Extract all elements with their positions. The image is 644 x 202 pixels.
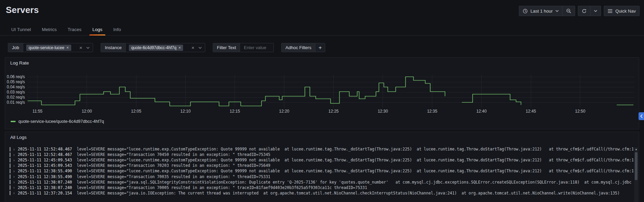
log-level-bar bbox=[10, 153, 11, 157]
refresh-icon bbox=[582, 9, 587, 14]
log-message: level=SEVERE message="Transaction 70005 … bbox=[77, 185, 367, 190]
collapse-row-button[interactable] bbox=[639, 112, 644, 120]
log-row[interactable]: › 2025-11-11 12:37:20.154 level=SEVERE m… bbox=[5, 190, 633, 196]
tab-logs[interactable]: Logs bbox=[92, 24, 103, 35]
zoom-out-button[interactable] bbox=[562, 6, 575, 16]
chevron-down-icon bbox=[555, 10, 559, 12]
chip-remove-icon[interactable]: × bbox=[178, 46, 181, 50]
log-level-bar bbox=[10, 169, 11, 173]
log-timestamp: 2025-11-11 12:38:07.240 bbox=[18, 180, 72, 185]
tab-bar: UI Tunnel Metrics Traces Logs Info bbox=[0, 24, 644, 35]
log-timestamp: 2025-11-11 12:38:55.490 bbox=[18, 174, 72, 179]
menu-icon bbox=[608, 9, 613, 13]
log-row[interactable]: › 2025-11-11 12:38:55.490 level=SEVERE m… bbox=[5, 168, 633, 174]
log-message: level=SEVERE message="lucee.runtime.exp.… bbox=[77, 147, 633, 152]
legend-item[interactable]: quote-service-lucee/quote-6c4d97dbcc-4hf… bbox=[11, 119, 104, 124]
log-timestamp: 2025-11-11 12:38:55.490 bbox=[18, 169, 72, 173]
add-filter-button[interactable]: + bbox=[315, 43, 325, 52]
refresh-button[interactable] bbox=[578, 6, 590, 16]
job-chip-label: quote-service-lucee bbox=[29, 45, 64, 50]
log-message: level=SEVERE message="java.io.IOExceptio… bbox=[77, 191, 619, 196]
legend-swatch bbox=[11, 121, 16, 122]
expand-chevron-icon[interactable]: › bbox=[13, 191, 15, 195]
svg-text:12:50: 12:50 bbox=[575, 109, 585, 114]
chip-remove-icon[interactable]: × bbox=[66, 46, 69, 50]
log-timestamp: 2025-11-11 12:52:48.467 bbox=[18, 147, 72, 152]
tab-metrics[interactable]: Metrics bbox=[41, 24, 58, 35]
expand-chevron-icon[interactable]: › bbox=[13, 180, 15, 184]
expand-chevron-icon[interactable]: › bbox=[13, 169, 15, 173]
time-range-button[interactable]: Last 1 hour bbox=[519, 6, 563, 16]
quick-nav-button[interactable]: Quick Nav bbox=[604, 6, 640, 16]
log-rate-panel-title: Log Rate bbox=[10, 60, 29, 66]
refresh-interval-dropdown[interactable] bbox=[590, 6, 601, 16]
expand-chevron-icon[interactable]: › bbox=[13, 163, 15, 168]
top-toolbar: Last 1 hour Quick Nav bbox=[519, 6, 640, 16]
svg-text:0.05 req/s: 0.05 req/s bbox=[7, 80, 25, 84]
log-message: level=SEVERE message="java.sql.SQLIntegr… bbox=[77, 180, 631, 185]
svg-text:12:25: 12:25 bbox=[328, 109, 339, 114]
svg-text:11:55: 11:55 bbox=[32, 109, 42, 114]
page-title: Servers bbox=[6, 5, 39, 15]
clear-selection-icon[interactable]: × bbox=[191, 45, 194, 50]
quick-nav-label: Quick Nav bbox=[615, 9, 636, 14]
svg-text:12:30: 12:30 bbox=[378, 109, 388, 114]
instance-filter: Instance quote-6c4d97dbcc-4hf7q × × bbox=[101, 43, 205, 52]
log-timestamp: 2025-11-11 12:45:09.543 bbox=[18, 158, 72, 162]
expand-chevron-icon[interactable]: › bbox=[13, 147, 15, 152]
all-logs-panel: All Logs › 2025-11-11 12:52:48.467 level… bbox=[5, 132, 639, 202]
log-level-bar bbox=[10, 163, 11, 168]
tab-label: Metrics bbox=[42, 27, 57, 32]
log-message: level=SEVERE message="Transaction 70035 … bbox=[77, 174, 270, 179]
tab-label: UI Tunnel bbox=[11, 27, 31, 32]
log-row[interactable]: › 2025-11-11 12:38:07.240 level=SEVERE m… bbox=[5, 179, 633, 185]
refresh-group bbox=[578, 6, 601, 16]
log-rate-chart[interactable]: 11:5512:0012:0512:1012:1512:2012:2512:30… bbox=[5, 67, 638, 116]
svg-text:0.06 req/s: 0.06 req/s bbox=[7, 74, 25, 79]
adhoc-filters-control: Adhoc Filters + bbox=[281, 43, 325, 52]
log-row[interactable]: › 2025-11-11 12:45:09.543 level=SEVERE m… bbox=[5, 157, 633, 163]
tab-ui-tunnel[interactable]: UI Tunnel bbox=[11, 24, 32, 35]
instance-chip[interactable]: quote-6c4d97dbcc-4hf7q × bbox=[129, 45, 183, 51]
job-chip[interactable]: quote-service-lucee × bbox=[26, 45, 71, 51]
log-timestamp: 2025-11-11 12:52:48.467 bbox=[18, 152, 72, 157]
time-range-group: Last 1 hour bbox=[519, 6, 575, 16]
log-row[interactable]: › 2025-11-11 12:52:48.467 level=SEVERE m… bbox=[5, 152, 633, 157]
log-row[interactable]: › 2025-11-11 12:45:09.543 level=SEVERE m… bbox=[5, 163, 633, 168]
svg-text:12:45: 12:45 bbox=[526, 109, 536, 114]
chevron-down-icon[interactable] bbox=[86, 47, 90, 49]
logs-scrollbar[interactable]: ▲ bbox=[634, 147, 638, 202]
expand-chevron-icon[interactable]: › bbox=[13, 153, 15, 157]
log-row[interactable]: › 2025-11-11 12:52:48.467 level=SEVERE m… bbox=[5, 146, 633, 152]
expand-chevron-icon[interactable]: › bbox=[13, 174, 15, 179]
filter-row: Job quote-service-lucee × × Instance quo… bbox=[8, 43, 325, 52]
legend-label: quote-service-lucee/quote-6c4d97dbcc-4hf… bbox=[18, 119, 104, 124]
svg-text:12:20: 12:20 bbox=[279, 109, 289, 114]
chevron-down-icon bbox=[594, 10, 597, 12]
tab-traces[interactable]: Traces bbox=[67, 24, 82, 35]
log-row[interactable]: › 2025-11-11 12:38:07.240 level=SEVERE m… bbox=[5, 185, 633, 190]
dashboard: { "header": { "title": "Servers", "time_… bbox=[0, 0, 644, 202]
log-message: level=SEVERE message="Transaction 70450 … bbox=[77, 152, 270, 157]
log-timestamp: 2025-11-11 12:37:20.154 bbox=[18, 191, 72, 196]
expand-chevron-icon[interactable]: › bbox=[13, 158, 15, 162]
filter-text-input[interactable] bbox=[243, 45, 270, 50]
filter-text-label: Filter Text bbox=[213, 43, 240, 52]
scrollbar-up-arrow-icon[interactable]: ▲ bbox=[634, 147, 638, 152]
tab-label: Traces bbox=[68, 27, 81, 32]
log-row[interactable]: › 2025-11-11 12:38:55.490 level=SEVERE m… bbox=[5, 174, 633, 179]
job-filter-value[interactable]: quote-service-lucee × × bbox=[23, 43, 93, 52]
instance-chip-label: quote-6c4d97dbcc-4hf7q bbox=[131, 45, 177, 50]
filter-text-control: Filter Text bbox=[213, 43, 274, 52]
instance-filter-value[interactable]: quote-6c4d97dbcc-4hf7q × × bbox=[126, 43, 205, 52]
expand-chevron-icon[interactable]: › bbox=[13, 185, 15, 190]
tab-label: Logs bbox=[92, 27, 102, 32]
log-level-bar bbox=[10, 185, 11, 190]
chevron-down-icon[interactable] bbox=[198, 47, 202, 49]
zoom-out-icon bbox=[566, 8, 571, 14]
tab-info[interactable]: Info bbox=[113, 24, 122, 35]
clear-selection-icon[interactable]: × bbox=[79, 45, 83, 50]
svg-text:0.02 req/s: 0.02 req/s bbox=[7, 95, 25, 100]
log-message: level=SEVERE message="Transaction 70203 … bbox=[77, 163, 270, 168]
scrollbar-thumb[interactable] bbox=[635, 152, 638, 180]
